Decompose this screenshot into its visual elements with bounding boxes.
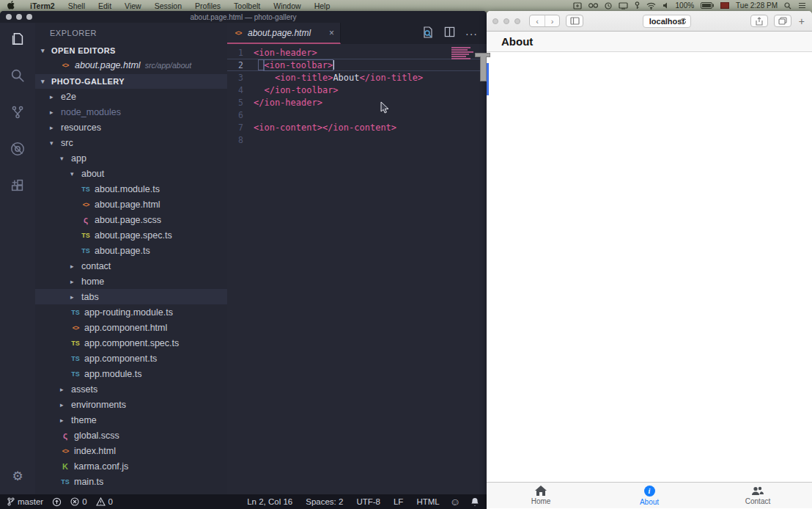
tree-item-app.module.ts[interactable]: TSapp.module.ts	[35, 366, 227, 381]
tree-item-theme[interactable]: ▸theme	[35, 412, 227, 428]
tab-about-page-html[interactable]: <> about.page.html ×	[227, 23, 341, 44]
tree-item-karma.conf.js[interactable]: Kkarma.conf.js	[35, 458, 227, 474]
tree-item-about.module.ts[interactable]: TSabout.module.ts	[35, 181, 227, 197]
settings-gear-icon[interactable]: ⚙	[12, 469, 23, 484]
menu-item-session[interactable]: Session	[148, 1, 188, 10]
key-icon[interactable]	[635, 1, 640, 10]
code-line-3[interactable]: 3 <ion-title>About</ion-title>	[227, 71, 487, 84]
menu-item-iterm2[interactable]: iTerm2	[23, 1, 62, 10]
menu-item-window[interactable]: Window	[267, 1, 307, 10]
menu-item-help[interactable]: Help	[308, 1, 337, 10]
tree-item-main.ts[interactable]: TSmain.ts	[35, 474, 227, 489]
search-icon[interactable]	[9, 67, 26, 84]
more-actions-icon[interactable]: ···	[465, 28, 478, 40]
tree-item-about.page.scss[interactable]: ςabout.page.scss	[35, 212, 227, 227]
tree-item-home[interactable]: ▸home	[35, 274, 227, 289]
tree-item-node_modules[interactable]: ▸node_modules	[35, 104, 227, 120]
screen-record-icon[interactable]	[573, 2, 582, 10]
ion-tab-home[interactable]: Home	[487, 483, 595, 508]
menu-item-view[interactable]: View	[118, 1, 148, 10]
debug-disabled-icon[interactable]	[9, 140, 26, 158]
tree-item-app.component.spec.ts[interactable]: TSapp.component.spec.ts	[35, 335, 227, 351]
code-area[interactable]: 1<ion-header>2 <ion-toolbar>3 <ion-title…	[227, 44, 487, 494]
close-tab-icon[interactable]: ×	[329, 28, 334, 38]
volume-icon[interactable]	[662, 2, 669, 9]
address-bar[interactable]: localhost	[643, 15, 692, 28]
open-editors-header[interactable]: ▾ OPEN EDITORS	[35, 43, 227, 58]
tree-item-contact[interactable]: ▸contact	[35, 258, 227, 274]
extensions-icon[interactable]	[9, 177, 26, 194]
forward-button[interactable]: ›	[545, 15, 559, 26]
menu-bar-clock[interactable]: Tue 2:28 PM	[736, 1, 778, 10]
apple-menu-icon[interactable]	[6, 1, 16, 11]
status-item-cursor-position[interactable]: Ln 2, Col 16	[247, 497, 292, 506]
vscode-title-bar[interactable]: about.page.html — photo-gallery	[0, 11, 487, 23]
split-editor-icon[interactable]	[444, 26, 455, 40]
code-line-7[interactable]: 7<ion-content></ion-content>	[227, 121, 487, 133]
source-control-icon[interactable]	[9, 103, 26, 121]
ion-tab-about[interactable]: iAbout	[595, 483, 704, 508]
minimap[interactable]	[451, 47, 476, 60]
menu-item-edit[interactable]: Edit	[92, 1, 118, 10]
open-editor-item[interactable]: <> about.page.html src/app/about	[35, 58, 227, 74]
tree-item-resources[interactable]: ▸resources	[35, 120, 227, 135]
tree-item-assets[interactable]: ▸assets	[35, 381, 227, 397]
tree-item-app.component.ts[interactable]: TSapp.component.ts	[35, 351, 227, 366]
status-item-language-mode[interactable]: HTML	[416, 497, 439, 506]
errors-indicator[interactable]: 0	[70, 497, 86, 506]
minimize-window-button[interactable]	[503, 18, 509, 24]
line-number: 7	[227, 122, 254, 133]
battery-icon[interactable]	[701, 2, 714, 9]
menu-item-toolbelt[interactable]: Toolbelt	[227, 1, 267, 10]
tree-item-src[interactable]: ▾src	[35, 135, 227, 150]
input-source-flag-icon[interactable]	[720, 2, 729, 9]
back-button[interactable]: ‹	[530, 15, 545, 26]
tree-item-tabs[interactable]: ▸tabs	[35, 289, 227, 304]
sidebar-toggle-button[interactable]	[566, 15, 583, 27]
tree-item-about.page.html[interactable]: <>about.page.html	[35, 197, 227, 212]
code-line-8[interactable]: 8	[227, 133, 487, 146]
zoom-window-button[interactable]	[514, 18, 520, 24]
code-line-1[interactable]: 1<ion-header>	[227, 46, 487, 59]
reload-icon[interactable]	[679, 15, 687, 28]
spotlight-search-icon[interactable]	[784, 2, 791, 10]
git-branch-indicator[interactable]: master	[7, 497, 43, 506]
code-line-5[interactable]: 5</ion-header>	[227, 96, 487, 109]
open-preview-icon[interactable]	[422, 26, 434, 41]
notification-center-icon[interactable]	[798, 2, 806, 9]
feedback-smiley-icon[interactable]: ☺	[450, 496, 460, 508]
sync-publish-icon[interactable]	[52, 497, 62, 507]
binoculars-icon[interactable]	[588, 2, 598, 9]
tree-item-about[interactable]: ▾about	[35, 166, 227, 181]
status-item-indentation[interactable]: Spaces: 2	[306, 497, 343, 506]
project-folder-header[interactable]: ▾ PHOTO-GALLERY	[35, 74, 227, 89]
code-line-2[interactable]: 2 <ion-toolbar>	[227, 59, 487, 71]
tree-item-global.scss[interactable]: ςglobal.scss	[35, 428, 227, 443]
menu-item-profiles[interactable]: Profiles	[188, 1, 227, 10]
ion-tab-contact[interactable]: Contact	[704, 483, 812, 508]
notifications-bell-icon[interactable]	[470, 497, 479, 507]
tree-item-e2e[interactable]: ▸e2e	[35, 89, 227, 104]
tree-item-app[interactable]: ▾app	[35, 150, 227, 166]
tree-item-app-routing.module.ts[interactable]: TSapp-routing.module.ts	[35, 304, 227, 320]
tree-item-index.html[interactable]: <>index.html	[35, 443, 227, 458]
new-tab-button[interactable]: +	[797, 15, 806, 27]
tree-item-app.component.html[interactable]: <>app.component.html	[35, 320, 227, 335]
code-line-4[interactable]: 4 </ion-toolbar>	[227, 84, 487, 96]
tab-overview-button[interactable]	[774, 15, 791, 27]
warnings-indicator[interactable]: 0	[96, 497, 113, 506]
tree-item-about.page.spec.ts[interactable]: TSabout.page.spec.ts	[35, 227, 227, 243]
display-icon[interactable]	[619, 2, 628, 10]
close-window-button[interactable]	[492, 18, 498, 24]
code-line-6[interactable]: 6	[227, 109, 487, 121]
tree-item-environments[interactable]: ▸environments	[35, 397, 227, 412]
status-item-eol[interactable]: LF	[394, 497, 403, 506]
wifi-icon[interactable]	[646, 2, 656, 10]
menu-item-shell[interactable]: Shell	[62, 1, 92, 10]
vscode-window: about.page.html — photo-gallery	[0, 11, 487, 509]
share-button[interactable]	[750, 15, 768, 27]
tree-item-about.page.ts[interactable]: TSabout.page.ts	[35, 243, 227, 258]
clock-status-icon[interactable]	[605, 2, 612, 10]
status-item-encoding[interactable]: UTF-8	[356, 497, 380, 506]
explorer-icon[interactable]	[9, 30, 26, 48]
